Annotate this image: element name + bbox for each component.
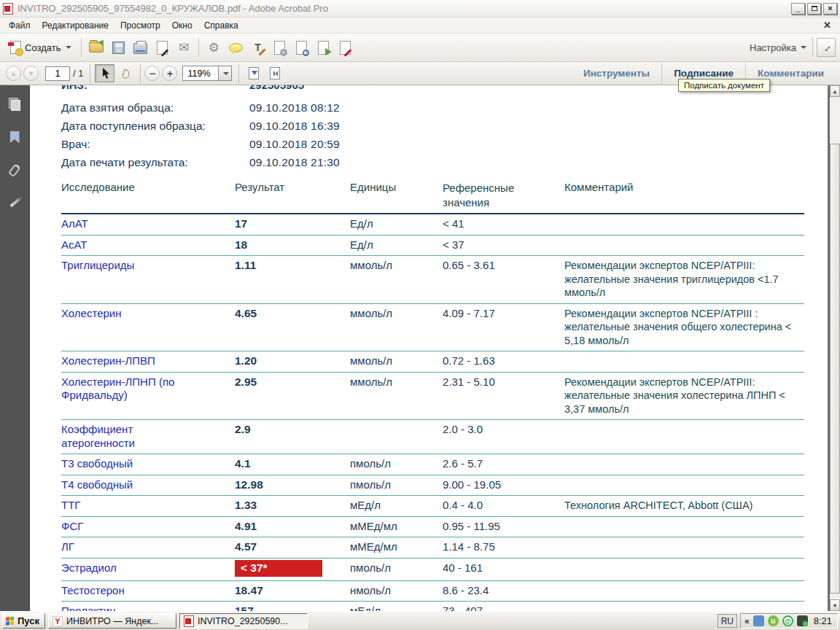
language-indicator[interactable]: RU bbox=[718, 614, 737, 628]
table-header-row: Исследование Результат Единицы Референсн… bbox=[61, 181, 804, 214]
export-button[interactable] bbox=[312, 36, 334, 58]
zoom-out-button[interactable]: − bbox=[144, 66, 160, 81]
test-name: Т3 свободный bbox=[61, 457, 200, 471]
task-label: INVITRO_29250590... bbox=[198, 616, 288, 626]
expand-arrows-icon: ↔ bbox=[818, 39, 833, 55]
scrolling-mode-button[interactable] bbox=[244, 64, 263, 82]
paperclip-icon bbox=[8, 163, 21, 177]
previous-page-button[interactable]: ▲ bbox=[6, 66, 21, 81]
taskbar-task-button[interactable]: INVITRO_29250590... bbox=[179, 613, 308, 629]
menu-item[interactable]: Просмотр bbox=[114, 18, 166, 33]
bookmarks-panel-button[interactable] bbox=[4, 127, 25, 147]
navigation-panel bbox=[0, 85, 30, 611]
zoom-dropdown-button[interactable] bbox=[219, 66, 232, 81]
save-button[interactable] bbox=[107, 36, 129, 58]
menu-item[interactable]: Окно bbox=[166, 18, 198, 33]
test-ref-range: 4.09 - 7.17 bbox=[443, 307, 564, 348]
menu-bar: Файл Редактирование Просмотр Окно Справк… bbox=[0, 18, 840, 34]
fit-width-icon bbox=[270, 67, 280, 79]
close-document-icon[interactable]: ✕ bbox=[817, 20, 837, 31]
ribbon-tab[interactable]: Инструменты bbox=[572, 63, 661, 84]
plus-icon: + bbox=[167, 69, 173, 79]
test-result: 4.91 bbox=[235, 520, 350, 534]
toolbar-separator bbox=[198, 38, 199, 57]
attachments-panel-button[interactable] bbox=[4, 160, 25, 180]
zoom-level-input[interactable] bbox=[182, 66, 219, 81]
test-units: пмоль/л bbox=[350, 457, 443, 471]
page-number-input[interactable] bbox=[45, 66, 70, 81]
test-units: пмоль/л bbox=[350, 478, 443, 492]
print-button[interactable] bbox=[129, 36, 151, 58]
tray-antivirus-icon[interactable] bbox=[797, 615, 808, 626]
email-button[interactable]: ✉ bbox=[173, 36, 195, 58]
start-label: Пуск bbox=[18, 615, 39, 626]
attach-file-button[interactable] bbox=[290, 36, 312, 58]
open-button[interactable] bbox=[85, 36, 107, 58]
table-row: АлАТ 17 Ед/л < 41 bbox=[61, 214, 804, 236]
minimize-button[interactable]: _ bbox=[791, 3, 805, 15]
yandex-icon: Y bbox=[52, 616, 63, 626]
info-value: 09.10.2018 08:12 bbox=[249, 98, 804, 117]
test-units: ммоль/л bbox=[350, 354, 443, 368]
comment-button[interactable] bbox=[225, 36, 246, 58]
info-value: 09.10.2018 20:59 bbox=[249, 135, 804, 153]
settings-gear-button[interactable]: ⚙ bbox=[203, 36, 225, 58]
next-page-button[interactable]: ▼ bbox=[23, 66, 39, 81]
fullscreen-button[interactable]: ↔ bbox=[817, 38, 836, 57]
page-export-icon bbox=[318, 41, 329, 55]
vertical-scrollbar[interactable]: ▲ ▼ bbox=[828, 85, 840, 611]
close-button[interactable]: × bbox=[823, 3, 837, 15]
bookmark-icon bbox=[10, 131, 20, 144]
test-name: ТТГ bbox=[61, 499, 200, 513]
table-header-cell: Исследование bbox=[61, 181, 235, 210]
pages-panel-button[interactable] bbox=[4, 94, 25, 114]
hand-tool-button[interactable] bbox=[116, 64, 136, 82]
zoom-in-button[interactable]: + bbox=[162, 66, 177, 81]
test-result: 1.33 bbox=[235, 499, 350, 513]
test-units: мЕд/л bbox=[350, 499, 443, 513]
chevron-down-icon bbox=[801, 46, 806, 49]
test-result: 2.9 bbox=[235, 423, 350, 450]
signatures-panel-button[interactable] bbox=[4, 192, 25, 213]
test-ref-range: 2.0 - 3.0 bbox=[443, 423, 564, 450]
create-label: Создать bbox=[25, 42, 61, 53]
tray-expand-icon[interactable]: « bbox=[744, 616, 750, 626]
edit-document-button[interactable] bbox=[334, 36, 356, 58]
fit-width-button[interactable] bbox=[265, 64, 284, 82]
info-value: 09.10.2018 21:30 bbox=[249, 153, 804, 171]
taskbar-task-button[interactable]: Y ИНВИТРО — Яндек... bbox=[48, 613, 176, 629]
app-window: INVITRO_292505905_97554982_0_КРУЖАЛОВ.pd… bbox=[0, 0, 840, 630]
start-button[interactable]: Пуск bbox=[2, 613, 45, 629]
scroll-up-button[interactable]: ▲ bbox=[830, 85, 840, 97]
menu-item[interactable]: Справка bbox=[198, 18, 244, 33]
comment-bubble-icon bbox=[229, 43, 243, 52]
sign-button[interactable] bbox=[151, 36, 173, 58]
table-row: ТТГ 1.33 мЕд/л 0.4 - 4.0 Технология ARCH… bbox=[61, 496, 804, 517]
cursor-arrow-icon bbox=[100, 68, 110, 79]
customize-button[interactable]: Настройка bbox=[747, 36, 809, 58]
test-name: Холестерин-ЛПНП (по Фридвальду) bbox=[61, 376, 200, 416]
table-row: Т3 свободный 4.1 пмоль/л 2.6 - 5.7 bbox=[61, 454, 804, 475]
restore-button[interactable] bbox=[807, 3, 821, 15]
delete-pages-button[interactable]: × bbox=[268, 36, 290, 58]
create-button[interactable]: Создать bbox=[4, 36, 77, 58]
test-ref-range: 1.14 - 8.75 bbox=[443, 540, 564, 554]
test-name: Коэффициент атерогенности bbox=[61, 423, 200, 450]
tray-agent-icon[interactable]: @ bbox=[782, 615, 793, 626]
add-text-button[interactable]: T bbox=[246, 36, 268, 58]
menu-item[interactable]: Файл bbox=[3, 18, 36, 33]
scroll-down-button[interactable]: ▼ bbox=[830, 599, 840, 611]
sign-page-icon bbox=[157, 41, 168, 55]
test-ref-range: 2.6 - 5.7 bbox=[443, 457, 564, 471]
hand-icon bbox=[120, 68, 132, 79]
typewriter-icon: T bbox=[254, 42, 261, 53]
table-row: Холестерин-ЛПНП (по Фридвальду) 2.95 ммо… bbox=[61, 373, 804, 421]
toolbar-separator bbox=[238, 64, 239, 83]
tray-network-icon[interactable] bbox=[753, 615, 764, 626]
minus-icon: − bbox=[149, 69, 155, 79]
tray-utorrent-icon[interactable]: u bbox=[768, 615, 779, 626]
test-name: Холестерин-ЛПВП bbox=[61, 354, 200, 368]
select-tool-button[interactable] bbox=[95, 64, 114, 82]
scrollbar-thumb[interactable] bbox=[830, 144, 840, 594]
menu-item[interactable]: Редактирование bbox=[36, 18, 114, 33]
